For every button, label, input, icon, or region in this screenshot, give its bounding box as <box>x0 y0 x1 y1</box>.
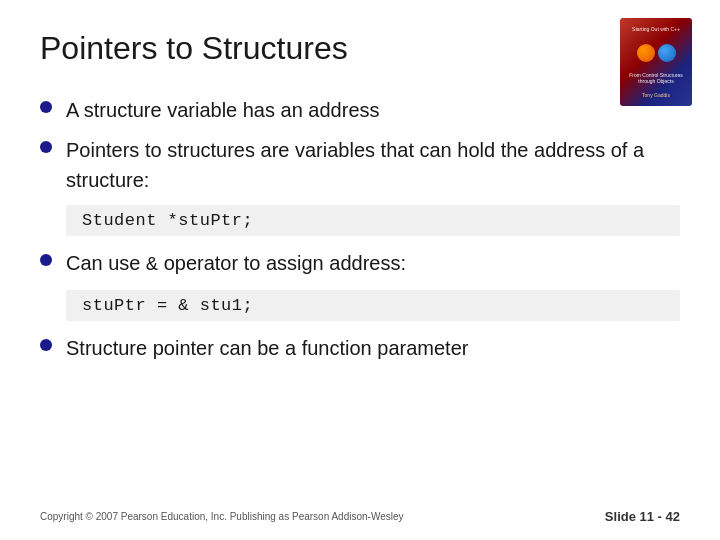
bullet-text-3: Can use & operator to assign address: <box>66 248 406 280</box>
book-title: Starting Out with C++ <box>632 26 680 33</box>
book-subtitle: From Control Structures through Objects <box>624 72 688 85</box>
code-block-1: Student *stuPtr; <box>66 205 680 236</box>
book-balls <box>637 44 676 62</box>
book-cover: Starting Out with C++ From Control Struc… <box>620 18 692 106</box>
bullet-dot-3 <box>40 254 52 266</box>
slide-title: Pointers to Structures <box>40 30 680 67</box>
bullet3-operator: & <box>146 253 158 276</box>
bullet-item-1: A structure variable has an address <box>40 95 680 125</box>
slide: Starting Out with C++ From Control Struc… <box>0 0 720 540</box>
bullet-item-2: Pointers to structures are variables tha… <box>40 135 680 195</box>
bullet3-suffix: operator to assign address: <box>158 252 406 274</box>
bullet-dot-1 <box>40 101 52 113</box>
ball-blue <box>658 44 676 62</box>
ball-orange <box>637 44 655 62</box>
copyright-text: Copyright © 2007 Pearson Education, Inc.… <box>40 511 404 522</box>
bullet-dot-2 <box>40 141 52 153</box>
bullet-item-4: Structure pointer can be a function para… <box>40 333 680 363</box>
slide-content: A structure variable has an address Poin… <box>40 95 680 363</box>
code-block-2: stuPtr = & stu1; <box>66 290 680 321</box>
bullet-text-2: Pointers to structures are variables tha… <box>66 135 680 195</box>
bullet-item-3: Can use & operator to assign address: <box>40 248 680 280</box>
book-author: Tony Gaddis <box>642 92 670 98</box>
slide-number: Slide 11 - 42 <box>605 509 680 524</box>
bullet-text-4: Structure pointer can be a function para… <box>66 333 468 363</box>
slide-footer: Copyright © 2007 Pearson Education, Inc.… <box>40 509 680 524</box>
bullet-dot-4 <box>40 339 52 351</box>
bullet3-prefix: Can use <box>66 252 146 274</box>
bullet-text-1: A structure variable has an address <box>66 95 380 125</box>
